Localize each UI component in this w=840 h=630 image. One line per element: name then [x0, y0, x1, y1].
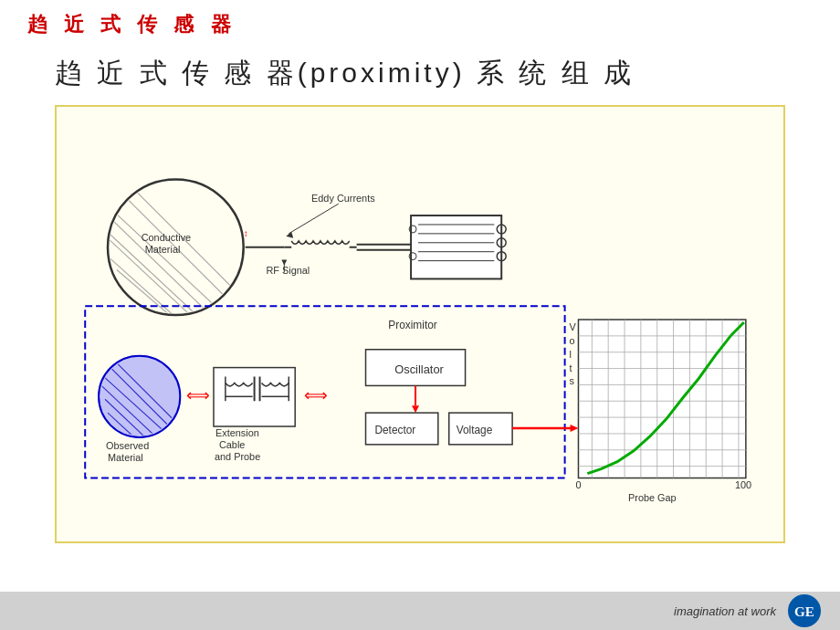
svg-text:100: 100: [735, 479, 751, 490]
svg-text:⟺: ⟺: [186, 386, 210, 404]
svg-text:RF Signal: RF Signal: [266, 265, 310, 276]
svg-text:V: V: [570, 321, 577, 332]
footer-bar: imagination at work GE: [0, 592, 840, 630]
svg-text:↕: ↕: [244, 228, 248, 238]
svg-text:Extension: Extension: [215, 427, 259, 438]
svg-rect-18: [411, 215, 501, 278]
svg-text:Material: Material: [145, 244, 181, 255]
svg-text:and Probe: and Probe: [215, 451, 260, 462]
svg-text:Eddy Currents: Eddy Currents: [311, 193, 375, 204]
svg-text:0: 0: [576, 479, 582, 490]
svg-text:Probe Gap: Probe Gap: [628, 492, 677, 503]
svg-text:o: o: [570, 335, 575, 346]
svg-text:s: s: [570, 375, 575, 386]
top-title: 趋 近 式 传 感 器: [27, 11, 236, 38]
svg-line-5: [85, 211, 221, 338]
footer-tagline: imagination at work: [674, 604, 776, 618]
svg-rect-70: [578, 320, 745, 478]
svg-text:Oscillator: Oscillator: [394, 362, 444, 376]
svg-text:Observed: Observed: [106, 440, 149, 451]
svg-text:Voltage: Voltage: [457, 424, 493, 436]
svg-text:Detector: Detector: [374, 424, 415, 436]
svg-marker-63: [412, 405, 419, 413]
svg-text:Material: Material: [108, 452, 143, 463]
svg-text:Proximitor: Proximitor: [388, 319, 436, 331]
ge-logo: GE: [787, 593, 822, 628]
diagram-container: Conductive Material ↕ Eddy Currents: [55, 105, 785, 543]
diagram-svg: Conductive Material ↕ Eddy Currents: [66, 116, 774, 532]
svg-text:Conductive: Conductive: [142, 232, 192, 243]
svg-text:l: l: [570, 349, 572, 360]
svg-line-30: [289, 204, 339, 234]
main-heading: 趋 近 式 传 感 器(proximity) 系 统 组 成: [55, 55, 635, 92]
svg-text:Cable: Cable: [219, 439, 245, 450]
svg-text:⟺: ⟺: [304, 386, 328, 404]
svg-text:GE: GE: [794, 604, 814, 619]
svg-text:t: t: [570, 362, 572, 373]
svg-line-7: [108, 238, 244, 365]
svg-marker-69: [571, 425, 579, 432]
